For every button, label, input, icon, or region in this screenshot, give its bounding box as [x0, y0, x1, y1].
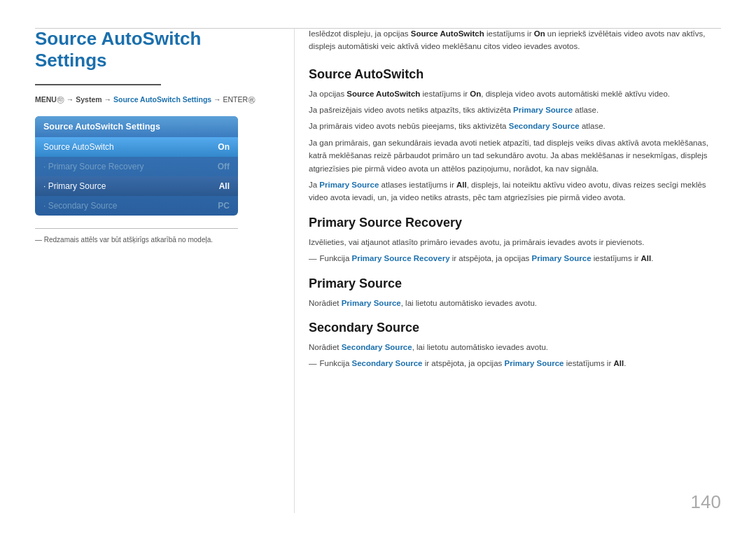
item-label-primary-recovery: Primary Source Recovery — [43, 162, 144, 171]
top-divider — [35, 28, 721, 29]
settings-panel: Source AutoSwitch Settings Source AutoSw… — [35, 116, 238, 216]
panel-note: — Redzamais attēls var būt atšķirīgs atk… — [35, 228, 238, 244]
panel-item-source-autoswitch[interactable]: Source AutoSwitch On — [35, 137, 238, 157]
page-number: 140 — [691, 491, 721, 513]
title-underline — [35, 84, 161, 85]
section-body-source-autoswitch: Ja opcijas Source AutoSwitch iestatījums… — [309, 87, 721, 204]
item-label-secondary-source: Secondary Source — [43, 201, 117, 211]
section-primary-recovery: Primary Source Recovery Izvēlieties, vai… — [309, 216, 721, 265]
item-value-secondary-source: PC — [218, 201, 230, 211]
item-value-primary-recovery: Off — [218, 162, 230, 171]
item-label-source-autoswitch: Source AutoSwitch — [43, 142, 114, 152]
intro-text: Ieslēdzot displeju, ja opcijas Source Au… — [309, 28, 721, 53]
section-title-primary-source: Primary Source — [309, 276, 721, 291]
panel-title: Source AutoSwitch Settings — [35, 116, 238, 137]
section-title-secondary-source: Secondary Source — [309, 321, 721, 335]
left-column: Source AutoSwitch Settings MENU㊞ → Syste… — [35, 28, 294, 513]
section-body-primary-source: Norādiet Primary Source, lai lietotu aut… — [309, 297, 721, 309]
right-column: Ieslēdzot displeju, ja opcijas Source Au… — [294, 28, 721, 513]
section-body-secondary-source: Norādiet Secondary Source, lai lietotu a… — [309, 341, 721, 370]
page-title: Source AutoSwitch Settings — [35, 28, 273, 71]
section-title-primary-recovery: Primary Source Recovery — [309, 216, 721, 230]
section-secondary-source: Secondary Source Norādiet Secondary Sour… — [309, 321, 721, 370]
section-title-source-autoswitch: Source AutoSwitch — [309, 67, 721, 82]
panel-item-primary-recovery[interactable]: Primary Source Recovery Off — [35, 157, 238, 176]
section-primary-source: Primary Source Norādiet Primary Source, … — [309, 276, 721, 309]
section-body-primary-recovery: Izvēlieties, vai atjaunot atlasīto primā… — [309, 236, 721, 265]
menu-path: MENU㊞ → System → Source AutoSwitch Setti… — [35, 95, 273, 105]
item-value-primary-source: All — [219, 181, 230, 191]
item-label-primary-source: Primary Source — [43, 181, 106, 191]
section-source-autoswitch: Source AutoSwitch Ja opcijas Source Auto… — [309, 67, 721, 204]
panel-item-primary-source[interactable]: Primary Source All — [35, 176, 238, 196]
item-value-source-autoswitch: On — [218, 142, 230, 152]
panel-item-secondary-source[interactable]: Secondary Source PC — [35, 196, 238, 216]
